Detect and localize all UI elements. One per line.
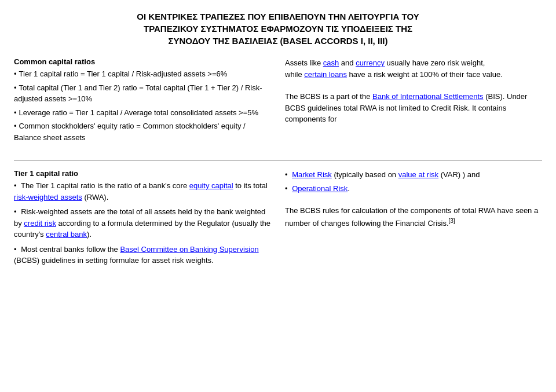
assets-para: Assets like cash and currency usually ha… [285,57,542,80]
list-item-operational-risk: Operational Risk. [285,183,542,195]
list-item: Leverage ratio = Tier 1 capital / Averag… [14,107,271,119]
bottom-left-section: Tier 1 capital ratio The Tier 1 capital … [14,169,271,270]
divider [14,160,542,161]
market-risk-link[interactable]: Market Risk [292,170,332,179]
var-link[interactable]: value at risk [398,170,438,179]
bottom-right-section: Market Risk (typically based on value at… [285,169,542,270]
list-item-rwa: Risk-weighted assets are the total of al… [14,206,271,240]
footnote: [3] [449,218,455,224]
common-capital-ratios-heading: Common capital ratios [14,57,271,66]
rwa-link[interactable]: risk-weighted assets [14,193,82,202]
top-left-section: Common capital ratios Tier 1 capital rat… [14,57,271,152]
list-item: Total capital (Tier 1 and Tier 2) ratio … [14,82,271,105]
cash-link[interactable]: cash [323,58,339,67]
bcbs-rules-para: The BCBS rules for calculation of the co… [285,205,542,229]
list-item-bcbs: Most central banks follow the Basel Comm… [14,244,271,266]
list-item-equity: The Tier 1 capital ratio is the ratio of… [14,180,271,203]
top-right-section: Assets like cash and currency usually ha… [285,57,542,152]
certain-loans-link[interactable]: certain loans [304,70,347,79]
central-bank-link[interactable]: central bank [46,230,87,239]
page-title: ΟΙ ΚΕΝΤΡΙΚΕΣ ΤΡΑΠΕΖΕΣ ΠΟΥ ΕΠΙΒΛΕΠΟΥΝ ΤΗΝ… [14,10,542,47]
list-item: Common stockholders' equity ratio = Comm… [14,120,271,143]
bcbs-para: The BCBS is a part of the Bank of Intern… [285,91,542,125]
equity-capital-link[interactable]: equity capital [189,181,233,190]
capital-ratios-list: Tier 1 capital ratio = Tier 1 capital / … [14,68,271,143]
tier1-capital-ratio-heading: Tier 1 capital ratio [14,169,271,178]
rwa-components-list: Market Risk (typically based on value at… [285,169,542,194]
tier1-list: The Tier 1 capital ratio is the ratio of… [14,180,271,266]
operational-risk-link[interactable]: Operational Risk [292,184,348,193]
list-item-market-risk: Market Risk (typically based on value at… [285,169,542,181]
credit-risk-link[interactable]: credit risk [24,219,56,228]
currency-link[interactable]: currency [356,58,385,67]
bank-of-international-settlements-link[interactable]: Bank of International Settlements [372,92,484,101]
list-item: Tier 1 capital ratio = Tier 1 capital / … [14,68,271,80]
bcbs-link[interactable]: Basel Committee on Banking Supervision [120,245,258,254]
